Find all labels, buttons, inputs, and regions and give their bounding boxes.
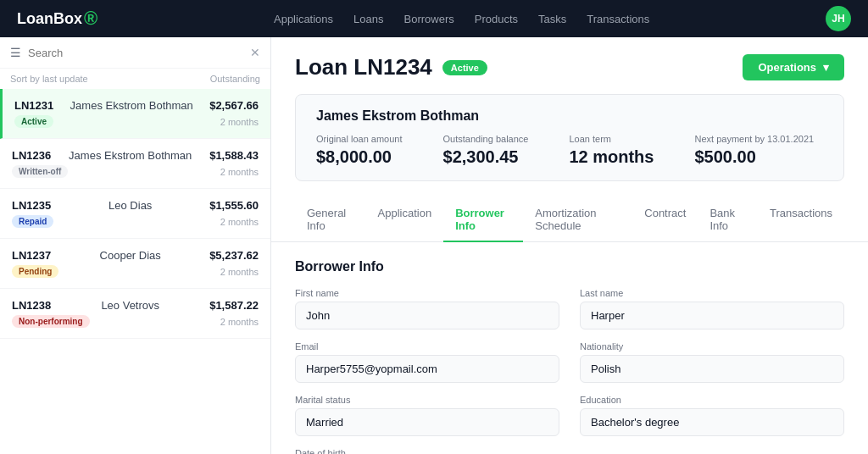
form-group-education: Education Bachelor's degree [580, 395, 844, 436]
loan-status-badge: Active [442, 60, 487, 75]
tab-transactions[interactable]: Transactions [758, 198, 844, 242]
form-group-marital-status: Marital status Married [295, 395, 559, 436]
loan-id: LN1235 [12, 199, 51, 212]
loan-time: 2 months [220, 267, 259, 277]
nav-transactions[interactable]: Transactions [587, 13, 649, 25]
filter-label: Outstanding [210, 74, 260, 84]
loan-time: 2 months [220, 117, 259, 127]
status-badge: Non-performing [12, 315, 90, 328]
loan-header: Loan LN1234 Active Operations ▾ [271, 37, 868, 94]
tab-amortization[interactable]: Amortization Schedule [523, 198, 632, 242]
nationality-label: Nationality [580, 341, 844, 352]
loan-item[interactable]: LN1238 Leo Vetrovs $1,587.22 Non-perform… [0, 289, 270, 339]
borrower-full-name: James Ekstrom Bothman [316, 108, 823, 124]
status-badge: Active [14, 115, 53, 128]
logo: LoanBox® [17, 8, 97, 30]
education-field[interactable]: Bachelor's degree [580, 408, 844, 436]
tabs: General Info Application Borrower Info A… [271, 198, 868, 242]
sidebar: ☰ ✕ Sort by last update Outstanding LN12… [0, 37, 271, 454]
top-nav: LoanBox® Applications Loans Borrowers Pr… [0, 0, 868, 37]
loan-id: LN1231 [14, 99, 53, 112]
nationality-field[interactable]: Polish [580, 355, 844, 383]
nav-applications[interactable]: Applications [274, 13, 333, 25]
loan-time: 2 months [220, 317, 259, 327]
stats-row: Original loan amount $8,000.00 Outstandi… [316, 134, 823, 167]
stat-next-payment: Next payment by 13.01.2021 $500.00 [694, 134, 814, 167]
loan-item[interactable]: LN1235 Leo Dias $1,555.60 Repaid 2 month… [0, 189, 270, 239]
first-name-field[interactable]: John [295, 302, 559, 329]
nav-links: Applications Loans Borrowers Products Ta… [125, 13, 798, 25]
loan-stats: James Ekstrom Bothman Original loan amou… [295, 94, 844, 181]
dob-label: Date of birth [295, 448, 559, 454]
loan-borrower: Leo Dias [108, 199, 152, 212]
loan-title: Loan LN1234 [295, 54, 432, 80]
stat-outstanding-value: $2,300.45 [443, 147, 529, 167]
nav-borrowers[interactable]: Borrowers [404, 13, 454, 25]
loan-borrower: James Ekstrom Bothman [70, 99, 193, 112]
main-layout: ☰ ✕ Sort by last update Outstanding LN12… [0, 37, 868, 454]
stat-term: Loan term 12 months [569, 134, 654, 167]
loan-item[interactable]: LN1236 James Ekstrom Bothman $1,588.43 W… [0, 139, 270, 189]
loan-time: 2 months [220, 167, 259, 177]
operations-label: Operations [758, 61, 816, 74]
sidebar-search-row: ☰ ✕ [0, 37, 270, 69]
section-title: Borrower Info [295, 259, 844, 274]
stat-next-payment-date: by 13.01.2021 [754, 134, 814, 144]
loan-amount: $2,567.66 [209, 99, 259, 112]
logo-dot: ® [84, 8, 97, 30]
status-badge: Repaid [12, 215, 53, 228]
sidebar-list: LN1231 James Ekstrom Bothman $2,567.66 A… [0, 89, 270, 454]
form-group-dob: Date of birth 13.10.1985 [295, 448, 559, 454]
nav-tasks[interactable]: Tasks [538, 13, 566, 25]
loan-item[interactable]: LN1231 James Ekstrom Bothman $2,567.66 A… [0, 89, 270, 139]
stat-original-loan-label: Original loan amount [316, 134, 403, 144]
stat-original-loan: Original loan amount $8,000.00 [316, 134, 403, 167]
last-name-label: Last name [580, 288, 844, 298]
stat-outstanding: Outstanding balance $2,300.45 [443, 134, 529, 167]
form-group-first-name: First name John [295, 288, 559, 329]
clear-search-icon[interactable]: ✕ [250, 46, 260, 59]
loan-borrower: Leo Vetrovs [101, 299, 159, 312]
borrower-section: Borrower Info First name John Last name … [271, 242, 868, 454]
loan-amount: $1,587.22 [209, 299, 259, 312]
tab-borrower-info[interactable]: Borrower Info [443, 198, 523, 242]
loan-borrower: James Ekstrom Bothman [69, 149, 192, 162]
stat-original-loan-value: $8,000.00 [316, 147, 403, 167]
filter-icon[interactable]: ☰ [10, 46, 21, 59]
form-group-last-name: Last name Harper [580, 288, 844, 329]
email-label: Email [295, 341, 559, 352]
loan-amount: $1,588.43 [209, 149, 259, 162]
marital-status-field[interactable]: Married [295, 408, 559, 436]
form-grid: First name John Last name Harper Email H… [295, 288, 844, 454]
loan-amount: $5,237.62 [209, 249, 259, 262]
form-group-email: Email Harper5755@yopmail.com [295, 341, 559, 383]
stat-outstanding-label: Outstanding balance [443, 134, 529, 144]
loan-id: LN1237 [12, 249, 51, 262]
chevron-down-icon: ▾ [823, 61, 829, 74]
tab-general-info[interactable]: General Info [295, 198, 366, 242]
tab-bank-info[interactable]: Bank Info [698, 198, 758, 242]
status-badge: Pending [12, 265, 58, 278]
nav-products[interactable]: Products [475, 13, 518, 25]
loan-item[interactable]: LN1237 Cooper Dias $5,237.62 Pending 2 m… [0, 239, 270, 289]
search-input[interactable] [28, 47, 243, 59]
tab-contract[interactable]: Contract [632, 198, 698, 242]
loan-title-row: Loan LN1234 Active [295, 54, 487, 80]
last-name-field[interactable]: Harper [580, 302, 844, 329]
stat-next-payment-value: $500.00 [694, 147, 814, 167]
content-inner: Loan LN1234 Active Operations ▾ James Ek… [271, 37, 868, 454]
email-field[interactable]: Harper5755@yopmail.com [295, 355, 559, 383]
loan-id: LN1236 [12, 149, 51, 162]
nav-loans[interactable]: Loans [353, 13, 383, 25]
loan-borrower: Cooper Dias [100, 249, 161, 262]
operations-button[interactable]: Operations ▾ [743, 54, 844, 80]
tab-application[interactable]: Application [366, 198, 444, 242]
avatar[interactable]: JH [826, 6, 851, 31]
first-name-label: First name [295, 288, 559, 298]
stat-term-label: Loan term [569, 134, 654, 144]
form-group-nationality: Nationality Polish [580, 341, 844, 383]
marital-status-label: Marital status [295, 395, 559, 405]
logo-text: LoanBox [17, 10, 82, 28]
loan-id: LN1238 [12, 299, 51, 312]
sidebar-sort-row: Sort by last update Outstanding [0, 69, 270, 89]
